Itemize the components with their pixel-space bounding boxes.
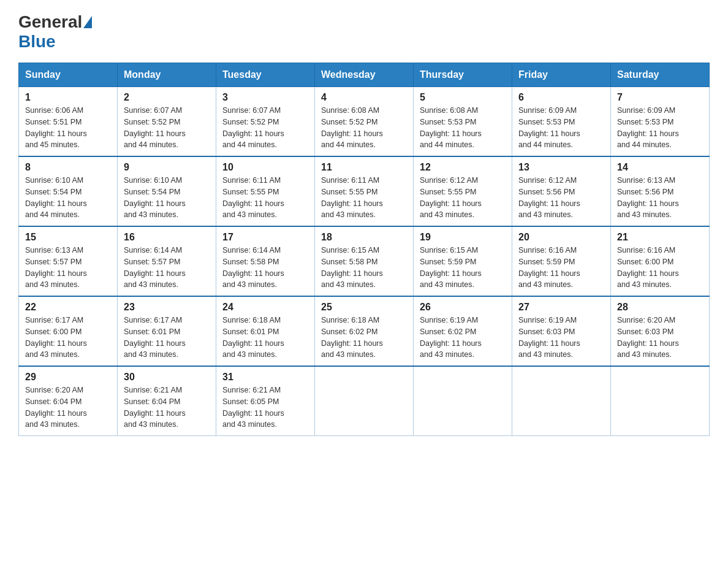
logo-general-text: General — [18, 12, 82, 32]
calendar-cell: 9Sunrise: 6:10 AMSunset: 5:54 PMDaylight… — [118, 156, 216, 226]
day-number: 12 — [420, 162, 506, 173]
day-info: Sunrise: 6:11 AMSunset: 5:55 PMDaylight:… — [321, 175, 407, 221]
calendar-cell — [512, 366, 611, 436]
header-tuesday: Tuesday — [216, 63, 315, 87]
calendar-cell: 3Sunrise: 6:07 AMSunset: 5:52 PMDaylight… — [216, 87, 315, 157]
calendar-cell: 8Sunrise: 6:10 AMSunset: 5:54 PMDaylight… — [19, 156, 118, 226]
logo: General Blue — [18, 12, 93, 52]
day-info: Sunrise: 6:21 AMSunset: 6:05 PMDaylight:… — [222, 385, 308, 431]
day-info: Sunrise: 6:16 AMSunset: 6:00 PMDaylight:… — [617, 245, 703, 291]
calendar-cell: 22Sunrise: 6:17 AMSunset: 6:00 PMDayligh… — [19, 296, 118, 366]
day-info: Sunrise: 6:15 AMSunset: 5:59 PMDaylight:… — [420, 245, 506, 291]
calendar-cell: 2Sunrise: 6:07 AMSunset: 5:52 PMDaylight… — [118, 87, 216, 157]
day-info: Sunrise: 6:17 AMSunset: 6:00 PMDaylight:… — [25, 315, 111, 361]
calendar-cell: 12Sunrise: 6:12 AMSunset: 5:55 PMDayligh… — [414, 156, 512, 226]
calendar-week-row: 15Sunrise: 6:13 AMSunset: 5:57 PMDayligh… — [19, 226, 710, 296]
day-info: Sunrise: 6:19 AMSunset: 6:03 PMDaylight:… — [518, 315, 604, 361]
calendar-week-row: 22Sunrise: 6:17 AMSunset: 6:00 PMDayligh… — [19, 296, 710, 366]
day-number: 13 — [518, 162, 604, 173]
day-info: Sunrise: 6:10 AMSunset: 5:54 PMDaylight:… — [124, 175, 210, 221]
header-saturday: Saturday — [611, 63, 710, 87]
day-info: Sunrise: 6:12 AMSunset: 5:55 PMDaylight:… — [420, 175, 506, 221]
day-number: 6 — [518, 92, 604, 103]
calendar-cell: 24Sunrise: 6:18 AMSunset: 6:01 PMDayligh… — [216, 296, 315, 366]
day-number: 2 — [124, 92, 210, 103]
calendar-cell: 13Sunrise: 6:12 AMSunset: 5:56 PMDayligh… — [512, 156, 611, 226]
day-number: 18 — [321, 232, 407, 243]
calendar-week-row: 29Sunrise: 6:20 AMSunset: 6:04 PMDayligh… — [19, 366, 710, 436]
header-thursday: Thursday — [414, 63, 512, 87]
day-number: 28 — [617, 302, 703, 313]
day-info: Sunrise: 6:20 AMSunset: 6:03 PMDaylight:… — [617, 315, 703, 361]
calendar-cell: 18Sunrise: 6:15 AMSunset: 5:58 PMDayligh… — [315, 226, 414, 296]
calendar-cell: 6Sunrise: 6:09 AMSunset: 5:53 PMDaylight… — [512, 87, 611, 157]
day-info: Sunrise: 6:14 AMSunset: 5:57 PMDaylight:… — [124, 245, 210, 291]
calendar-cell — [315, 366, 414, 436]
calendar-cell: 30Sunrise: 6:21 AMSunset: 6:04 PMDayligh… — [118, 366, 216, 436]
day-number: 16 — [124, 232, 210, 243]
day-info: Sunrise: 6:19 AMSunset: 6:02 PMDaylight:… — [420, 315, 506, 361]
day-number: 23 — [124, 302, 210, 313]
calendar-cell: 11Sunrise: 6:11 AMSunset: 5:55 PMDayligh… — [315, 156, 414, 226]
day-info: Sunrise: 6:15 AMSunset: 5:58 PMDaylight:… — [321, 245, 407, 291]
calendar-cell: 14Sunrise: 6:13 AMSunset: 5:56 PMDayligh… — [611, 156, 710, 226]
header-monday: Monday — [118, 63, 216, 87]
day-info: Sunrise: 6:13 AMSunset: 5:57 PMDaylight:… — [25, 245, 111, 291]
day-info: Sunrise: 6:21 AMSunset: 6:04 PMDaylight:… — [124, 385, 210, 431]
logo-triangle-icon — [83, 16, 92, 28]
day-number: 21 — [617, 232, 703, 243]
day-number: 27 — [518, 302, 604, 313]
calendar-cell: 26Sunrise: 6:19 AMSunset: 6:02 PMDayligh… — [414, 296, 512, 366]
day-number: 25 — [321, 302, 407, 313]
day-info: Sunrise: 6:10 AMSunset: 5:54 PMDaylight:… — [25, 175, 111, 221]
day-number: 10 — [222, 162, 308, 173]
day-info: Sunrise: 6:13 AMSunset: 5:56 PMDaylight:… — [617, 175, 703, 221]
calendar-cell: 20Sunrise: 6:16 AMSunset: 5:59 PMDayligh… — [512, 226, 611, 296]
day-info: Sunrise: 6:18 AMSunset: 6:02 PMDaylight:… — [321, 315, 407, 361]
day-info: Sunrise: 6:09 AMSunset: 5:53 PMDaylight:… — [518, 105, 604, 151]
calendar-cell: 29Sunrise: 6:20 AMSunset: 6:04 PMDayligh… — [19, 366, 118, 436]
calendar-cell: 28Sunrise: 6:20 AMSunset: 6:03 PMDayligh… — [611, 296, 710, 366]
day-number: 5 — [420, 92, 506, 103]
calendar-week-row: 1Sunrise: 6:06 AMSunset: 5:51 PMDaylight… — [19, 87, 710, 157]
page-header: General Blue — [18, 12, 710, 52]
day-info: Sunrise: 6:08 AMSunset: 5:52 PMDaylight:… — [321, 105, 407, 151]
calendar-cell — [611, 366, 710, 436]
day-info: Sunrise: 6:14 AMSunset: 5:58 PMDaylight:… — [222, 245, 308, 291]
day-number: 22 — [25, 302, 111, 313]
calendar-cell: 1Sunrise: 6:06 AMSunset: 5:51 PMDaylight… — [19, 87, 118, 157]
calendar-cell: 5Sunrise: 6:08 AMSunset: 5:53 PMDaylight… — [414, 87, 512, 157]
day-number: 29 — [25, 372, 111, 383]
calendar-cell: 27Sunrise: 6:19 AMSunset: 6:03 PMDayligh… — [512, 296, 611, 366]
day-number: 3 — [222, 92, 308, 103]
day-number: 20 — [518, 232, 604, 243]
header-sunday: Sunday — [19, 63, 118, 87]
day-number: 30 — [124, 372, 210, 383]
day-info: Sunrise: 6:12 AMSunset: 5:56 PMDaylight:… — [518, 175, 604, 221]
day-number: 17 — [222, 232, 308, 243]
calendar-table: SundayMondayTuesdayWednesdayThursdayFrid… — [18, 63, 710, 436]
header-wednesday: Wednesday — [315, 63, 414, 87]
calendar-cell: 19Sunrise: 6:15 AMSunset: 5:59 PMDayligh… — [414, 226, 512, 296]
header-friday: Friday — [512, 63, 611, 87]
day-info: Sunrise: 6:18 AMSunset: 6:01 PMDaylight:… — [222, 315, 308, 361]
calendar-cell: 25Sunrise: 6:18 AMSunset: 6:02 PMDayligh… — [315, 296, 414, 366]
day-number: 11 — [321, 162, 407, 173]
day-info: Sunrise: 6:09 AMSunset: 5:53 PMDaylight:… — [617, 105, 703, 151]
calendar-cell: 31Sunrise: 6:21 AMSunset: 6:05 PMDayligh… — [216, 366, 315, 436]
calendar-cell: 16Sunrise: 6:14 AMSunset: 5:57 PMDayligh… — [118, 226, 216, 296]
day-info: Sunrise: 6:08 AMSunset: 5:53 PMDaylight:… — [420, 105, 506, 151]
calendar-cell: 10Sunrise: 6:11 AMSunset: 5:55 PMDayligh… — [216, 156, 315, 226]
day-number: 1 — [25, 92, 111, 103]
calendar-cell: 4Sunrise: 6:08 AMSunset: 5:52 PMDaylight… — [315, 87, 414, 157]
day-number: 24 — [222, 302, 308, 313]
calendar-header-row: SundayMondayTuesdayWednesdayThursdayFrid… — [19, 63, 710, 87]
day-info: Sunrise: 6:06 AMSunset: 5:51 PMDaylight:… — [25, 105, 111, 151]
day-info: Sunrise: 6:17 AMSunset: 6:01 PMDaylight:… — [124, 315, 210, 361]
day-number: 7 — [617, 92, 703, 103]
day-number: 8 — [25, 162, 111, 173]
calendar-cell: 23Sunrise: 6:17 AMSunset: 6:01 PMDayligh… — [118, 296, 216, 366]
day-number: 19 — [420, 232, 506, 243]
day-info: Sunrise: 6:07 AMSunset: 5:52 PMDaylight:… — [222, 105, 308, 151]
calendar-cell: 17Sunrise: 6:14 AMSunset: 5:58 PMDayligh… — [216, 226, 315, 296]
